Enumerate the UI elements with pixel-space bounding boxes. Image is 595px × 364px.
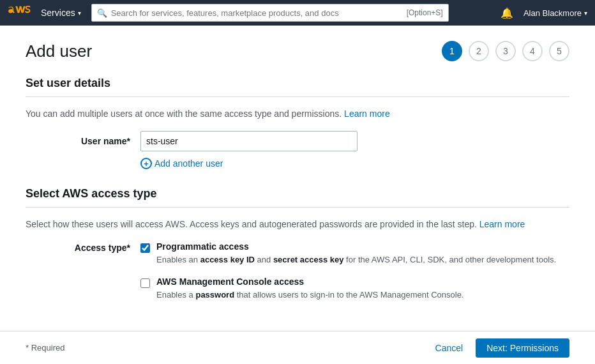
access-type-title: Select AWS access type [26,187,569,208]
programmatic-access-option: Programmatic access Enables an access ke… [140,241,556,266]
footer-buttons: Cancel Next: Permissions [430,338,569,358]
access-type-label: Access type* [26,241,140,253]
access-type-desc: Select how these users will access AWS. … [26,218,569,231]
console-access-text: AWS Management Console access Enables a … [156,277,464,301]
access-type-learn-more[interactable]: Learn more [479,219,525,229]
step-2[interactable]: 2 [469,41,489,61]
aws-logo[interactable] [8,6,31,20]
username-label: User name* [26,136,140,146]
set-user-details-title: Set user details [26,77,569,97]
console-access-desc: Enables a password that allows users to … [156,289,464,301]
top-navigation: Services 🔍 [Option+S] 🔔 Alan Blackmore [0,0,595,26]
nav-right: 🔔 Alan Blackmore [501,7,587,19]
user-menu[interactable]: Alan Blackmore [523,8,587,18]
search-icon: 🔍 [97,8,107,18]
set-user-details-desc: You can add multiple users at once with … [26,107,569,121]
access-type-section: Select AWS access type Select how these … [26,187,569,301]
programmatic-access-checkbox[interactable] [140,243,150,253]
footer: * Required Cancel Next: Permissions [0,331,595,364]
services-menu-button[interactable]: Services [38,8,84,18]
cancel-button[interactable]: Cancel [430,338,469,358]
username-input[interactable] [140,131,358,151]
programmatic-access-desc: Enables an access key ID and secret acce… [156,254,556,266]
plus-circle-icon: + [140,158,152,169]
next-button[interactable]: Next: Permissions [476,338,569,358]
programmatic-access-title: Programmatic access [156,241,556,252]
username-row: User name* [26,131,569,151]
step-4[interactable]: 4 [522,41,543,61]
main-content: Add user 1 2 3 4 5 Set user details You … [0,26,595,364]
programmatic-access-text: Programmatic access Enables an access ke… [156,241,556,266]
step-5[interactable]: 5 [549,41,569,61]
required-note: * Required [26,343,64,353]
step-3[interactable]: 3 [495,41,516,61]
step-1[interactable]: 1 [442,41,462,61]
console-access-option: AWS Management Console access Enables a … [140,277,556,301]
set-user-details-section: Set user details You can add multiple us… [26,77,569,169]
console-access-checkbox[interactable] [140,278,150,288]
console-access-title: AWS Management Console access [156,277,464,287]
page-header: Add user 1 2 3 4 5 [26,41,569,61]
search-shortcut: [Option+S] [407,8,443,17]
bell-icon[interactable]: 🔔 [501,7,513,19]
search-input[interactable] [111,8,403,18]
access-options: Programmatic access Enables an access ke… [140,241,556,301]
add-another-user-link[interactable]: + Add another user [140,158,223,169]
user-name: Alan Blackmore [523,8,582,18]
set-user-details-learn-more[interactable]: Learn more [344,109,390,119]
step-indicator: 1 2 3 4 5 [442,41,569,61]
search-bar[interactable]: 🔍 [Option+S] [91,4,449,22]
access-type-row: Access type* Programmatic access Enables… [26,241,569,301]
page-title: Add user [26,42,92,61]
